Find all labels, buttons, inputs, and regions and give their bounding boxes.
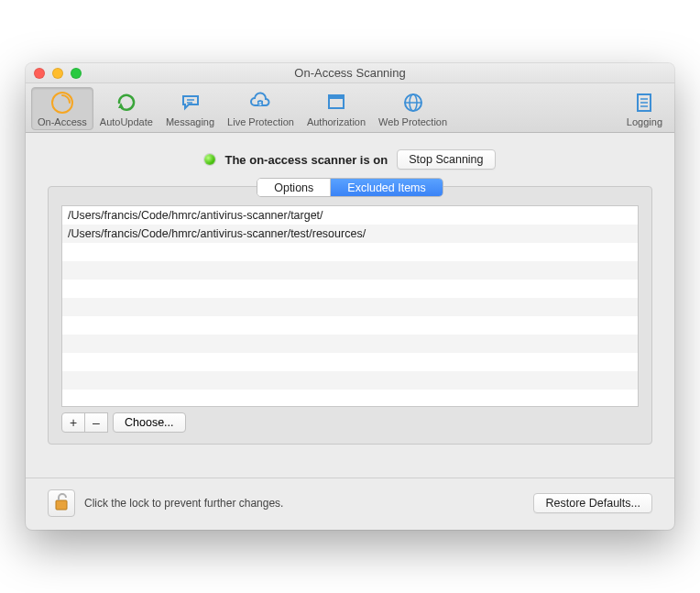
speech-bubble-icon bbox=[177, 91, 204, 115]
tab-options[interactable]: Options bbox=[257, 179, 331, 196]
toolbar-logging[interactable]: Logging bbox=[620, 87, 669, 130]
list-item[interactable] bbox=[62, 261, 638, 280]
list-controls: + – Choose... bbox=[61, 412, 639, 433]
toolbar-item-label: Messaging bbox=[166, 116, 214, 127]
svg-rect-6 bbox=[329, 95, 344, 99]
stop-scanning-button[interactable]: Stop Scanning bbox=[397, 149, 495, 170]
toolbar-item-label: Web Protection bbox=[378, 116, 447, 127]
list-item[interactable]: /Users/francis/Code/hmrc/antivirus-scann… bbox=[62, 206, 638, 225]
list-item[interactable] bbox=[62, 390, 638, 407]
remove-button[interactable]: – bbox=[84, 412, 108, 433]
toolbar-item-label: Live Protection bbox=[227, 116, 294, 127]
shield-scan-icon bbox=[49, 91, 76, 115]
list-item[interactable] bbox=[62, 371, 638, 390]
titlebar: On-Access Scanning bbox=[26, 63, 674, 83]
list-item[interactable]: /Users/francis/Code/hmrc/antivirus-scann… bbox=[62, 225, 638, 243]
zoom-button[interactable] bbox=[71, 68, 82, 79]
list-item[interactable] bbox=[62, 335, 638, 353]
footer: Click the lock to prevent further change… bbox=[26, 478, 674, 530]
list-item[interactable] bbox=[62, 353, 638, 371]
toolbar-messaging[interactable]: Messaging bbox=[159, 87, 221, 130]
status-indicator-icon bbox=[204, 154, 215, 165]
window-title: On-Access Scanning bbox=[26, 66, 674, 80]
toolbar-autoupdate[interactable]: AutoUpdate bbox=[93, 87, 159, 130]
window-auth-icon bbox=[323, 91, 350, 115]
preferences-window: On-Access Scanning On-Access AutoUpdate … bbox=[26, 63, 674, 530]
minimize-button[interactable] bbox=[52, 68, 63, 79]
list-item[interactable] bbox=[62, 298, 638, 316]
toolbar-on-access[interactable]: On-Access bbox=[31, 87, 93, 130]
lock-button[interactable] bbox=[48, 489, 75, 517]
content-area: The on-access scanner is on Stop Scannin… bbox=[26, 133, 674, 459]
excluded-items-list[interactable]: /Users/francis/Code/hmrc/antivirus-scann… bbox=[61, 205, 639, 407]
choose-button[interactable]: Choose... bbox=[113, 412, 186, 433]
document-list-icon bbox=[630, 91, 658, 115]
restore-defaults-button[interactable]: Restore Defaults... bbox=[533, 493, 652, 513]
svg-rect-14 bbox=[56, 500, 67, 510]
toolbar-authorization[interactable]: Authorization bbox=[301, 87, 372, 130]
refresh-icon bbox=[113, 91, 140, 115]
close-button[interactable] bbox=[34, 68, 45, 79]
status-row: The on-access scanner is on Stop Scannin… bbox=[48, 149, 652, 170]
toolbar-item-label: AutoUpdate bbox=[100, 116, 153, 127]
tab-segmented-control: Options Excluded Items bbox=[257, 178, 443, 197]
list-item[interactable] bbox=[62, 243, 638, 261]
lock-help-text: Click the lock to prevent further change… bbox=[84, 497, 283, 510]
toolbar-item-label: Logging bbox=[627, 116, 662, 127]
toolbar-item-label: On-Access bbox=[38, 116, 87, 127]
add-button[interactable]: + bbox=[61, 412, 85, 433]
excluded-panel: Options Excluded Items /Users/francis/Co… bbox=[48, 186, 652, 445]
toolbar-item-label: Authorization bbox=[307, 116, 366, 127]
toolbar-web-protection[interactable]: Web Protection bbox=[372, 87, 454, 130]
globe-icon bbox=[399, 91, 427, 115]
unlocked-padlock-icon bbox=[52, 491, 71, 515]
list-item[interactable] bbox=[62, 280, 638, 298]
toolbar-live-protection[interactable]: S Live Protection bbox=[221, 87, 301, 130]
cloud-shield-icon: S bbox=[246, 91, 274, 115]
list-item[interactable] bbox=[62, 316, 638, 335]
tab-excluded-items[interactable]: Excluded Items bbox=[331, 179, 442, 196]
toolbar: On-Access AutoUpdate Messaging S Live Pr… bbox=[26, 83, 674, 133]
status-text: The on-access scanner is on bbox=[224, 153, 388, 167]
